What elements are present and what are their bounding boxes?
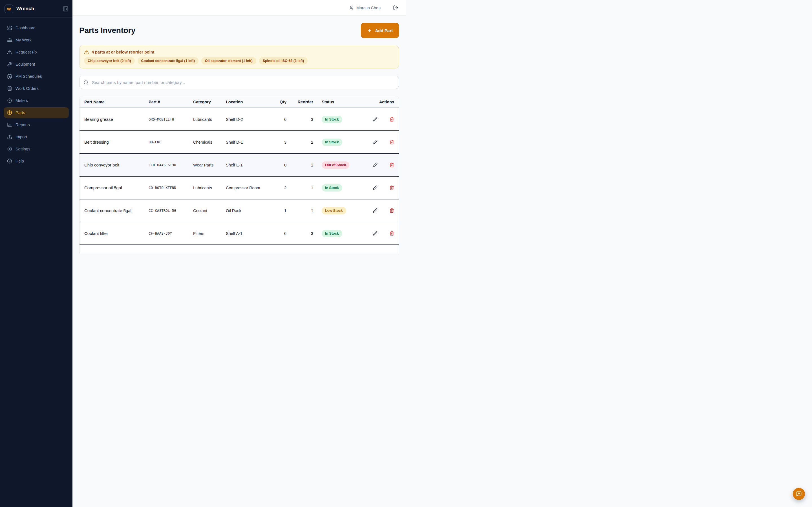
- clipboard-list-icon: [7, 86, 12, 91]
- sidebar-item-work-orders[interactable]: Work Orders: [4, 83, 69, 94]
- actions-cell: [365, 185, 396, 190]
- part-name-cell: Bearing grease: [83, 117, 147, 122]
- sidebar-nav: Dashboard My Work Request Fix Equipment …: [0, 18, 72, 173]
- actions-cell: [365, 140, 396, 145]
- logout-button[interactable]: [393, 5, 398, 10]
- qty-cell: 3: [263, 140, 288, 145]
- edit-part-button[interactable]: [373, 163, 377, 167]
- status-cell: Out of Stock: [315, 161, 365, 169]
- sidebar-item-label: Work Orders: [15, 86, 39, 91]
- pencil-icon: [373, 140, 377, 145]
- reorder-chip: Coolant concentrate 5gal (1 left): [138, 57, 199, 64]
- delete-part-button[interactable]: [389, 208, 394, 213]
- reorder-alert-title: 4 parts at or below reorder point: [92, 50, 154, 54]
- sidebar-item-label: Parts: [15, 110, 25, 115]
- delete-part-button[interactable]: [389, 117, 394, 122]
- category-cell: Coolant: [192, 209, 224, 213]
- table-row: Coolant concentrate 5gal CC-CASTROL-5G C…: [80, 200, 399, 222]
- edit-part-button[interactable]: [373, 140, 377, 145]
- warning-triangle-icon: [84, 50, 89, 55]
- reorder-alert-banner: 4 parts at or below reorder point Chip c…: [79, 46, 399, 68]
- qty-cell: 1: [263, 208, 288, 213]
- sidebar-item-import[interactable]: Import: [4, 131, 69, 142]
- qty-cell: 6: [263, 231, 288, 236]
- reorder-cell: 3: [288, 231, 315, 236]
- gauge-icon: [7, 98, 12, 103]
- panel-collapse-icon: [63, 6, 68, 12]
- parts-table-body: Bearing grease GRS-MOBILITH Lubricants S…: [80, 108, 399, 245]
- edit-part-button[interactable]: [373, 231, 377, 236]
- reorder-alert-chips: Chip conveyor belt (0 left)Coolant conce…: [84, 57, 394, 64]
- delete-part-button[interactable]: [389, 163, 394, 167]
- part-name-cell: Coolant concentrate 5gal: [83, 208, 147, 213]
- sidebar-collapse-button[interactable]: [63, 6, 68, 12]
- qty-cell: 6: [263, 117, 288, 122]
- location-cell: Shelf D-1: [224, 140, 263, 145]
- page-title: Parts Inventory: [79, 26, 135, 35]
- reorder-chip: Spindle oil ISO 68 (2 left): [259, 57, 308, 64]
- sidebar-item-pm-schedules[interactable]: PM Schedules: [4, 71, 69, 82]
- pencil-icon: [373, 185, 377, 190]
- parts-table: Part NamePart #CategoryLocationQtyReorde…: [79, 96, 399, 253]
- category-cell: Lubricants: [192, 186, 224, 190]
- delete-part-button[interactable]: [389, 231, 394, 236]
- sidebar-item-meters[interactable]: Meters: [4, 95, 69, 106]
- part-number-cell: CO-ROTO-XTEND: [147, 186, 192, 190]
- search-input[interactable]: [91, 80, 395, 85]
- reorder-chip: Oil separator element (1 left): [201, 57, 256, 64]
- part-number-cell: CF-HAAS-30Y: [147, 231, 192, 235]
- edit-part-button[interactable]: [373, 117, 377, 122]
- reorder-alert-title-row: 4 parts at or below reorder point: [84, 50, 394, 55]
- pencil-icon: [373, 163, 377, 167]
- status-cell: In Stock: [315, 116, 365, 123]
- column-header-actions: Actions: [365, 100, 396, 104]
- sidebar-item-reports[interactable]: Reports: [4, 119, 69, 130]
- app-name: Wrench: [16, 6, 63, 11]
- column-header-part: Part #: [147, 100, 192, 104]
- wrench-icon: [7, 62, 12, 67]
- sidebar-item-request-fix[interactable]: Request Fix: [4, 47, 69, 57]
- sidebar-item-label: Settings: [15, 147, 30, 151]
- sidebar-item-label: Request Fix: [15, 50, 37, 54]
- plus-icon: [367, 28, 372, 33]
- sidebar-item-label: Import: [15, 135, 27, 139]
- logout-icon: [393, 5, 398, 10]
- sidebar-item-equipment[interactable]: Equipment: [4, 59, 69, 69]
- add-part-button[interactable]: Add Part: [361, 23, 399, 38]
- trash-icon: [389, 140, 394, 145]
- parts-table-header: Part NamePart #CategoryLocationQtyReorde…: [80, 96, 399, 108]
- help-circle-icon: [7, 159, 12, 164]
- status-badge: In Stock: [322, 138, 342, 146]
- delete-part-button[interactable]: [389, 185, 394, 190]
- sidebar-item-dashboard[interactable]: Dashboard: [4, 22, 69, 33]
- location-cell: Shelf D-2: [224, 117, 263, 122]
- column-header-reorder: Reorder: [288, 100, 315, 104]
- status-badge: In Stock: [322, 116, 342, 123]
- table-row: Coolant filter CF-HAAS-30Y Filters Shelf…: [80, 222, 399, 245]
- reorder-cell: 1: [288, 185, 315, 190]
- status-cell: In Stock: [315, 138, 365, 146]
- sidebar-item-label: Help: [15, 159, 24, 163]
- sidebar-item-help[interactable]: Help: [4, 156, 69, 166]
- sidebar-item-my-work[interactable]: My Work: [4, 35, 69, 45]
- sidebar-item-label: PM Schedules: [15, 74, 42, 78]
- category-cell: Filters: [192, 231, 224, 236]
- search-bar: [79, 76, 399, 89]
- delete-part-button[interactable]: [389, 140, 394, 145]
- trash-icon: [389, 231, 394, 236]
- column-header-qty: Qty: [263, 100, 288, 104]
- pencil-icon: [373, 117, 377, 122]
- dashboard-icon: [7, 25, 12, 31]
- edit-part-button[interactable]: [373, 208, 377, 213]
- column-header-location: Location: [224, 100, 263, 104]
- user-menu[interactable]: Marcus Chen: [349, 5, 380, 10]
- status-badge: In Stock: [322, 230, 342, 237]
- main-area: Marcus Chen Parts Inventory Add Part: [72, 0, 406, 253]
- category-cell: Lubricants: [192, 117, 224, 122]
- sidebar-item-settings[interactable]: Settings: [4, 144, 69, 154]
- upload-icon: [7, 134, 12, 139]
- table-row: Chip conveyor belt CCB-HAAS-ST30 Wear Pa…: [80, 154, 399, 177]
- sidebar-item-parts[interactable]: Parts: [4, 107, 69, 118]
- edit-part-button[interactable]: [373, 185, 377, 190]
- part-number-cell: BD-CRC: [147, 140, 192, 144]
